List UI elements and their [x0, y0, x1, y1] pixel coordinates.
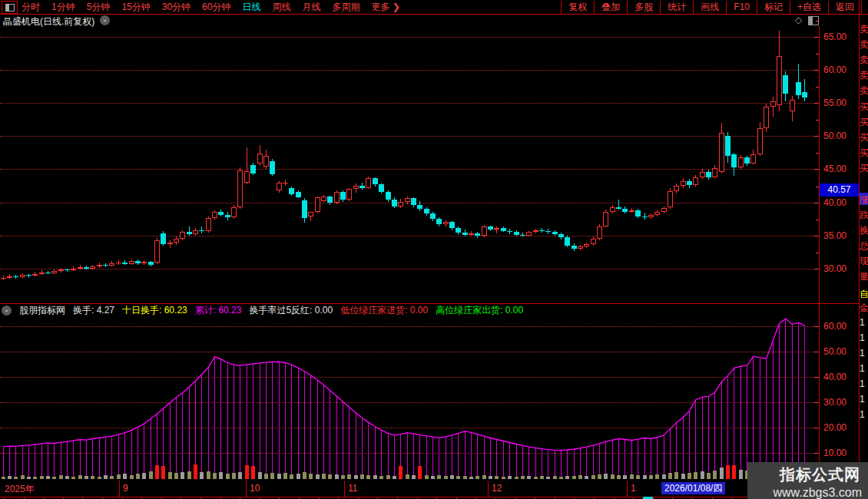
quote-strip-row: 卖	[860, 84, 868, 97]
candle-body	[283, 183, 288, 184]
quote-strip-row: 涨	[860, 193, 868, 207]
value-tick-label: 40.00	[823, 372, 846, 382]
month-separator	[344, 481, 345, 497]
candle-body	[270, 161, 275, 174]
candle-body	[725, 136, 731, 156]
toolbar-button[interactable]: F10	[726, 1, 757, 14]
candle-body	[161, 233, 166, 244]
candle-body	[45, 273, 51, 273]
candle-body	[315, 197, 320, 212]
candle-body	[783, 75, 788, 94]
quote-strip-row: 卖	[860, 54, 868, 67]
quote-strip-row: 换	[860, 224, 868, 237]
date-label: 10	[250, 483, 260, 494]
candle-body	[78, 267, 83, 269]
quote-strip-row: 总	[860, 240, 868, 253]
period-tab[interactable]: 多周期	[332, 1, 359, 14]
candle-body	[263, 156, 269, 167]
value-tick-label: 50.00	[823, 346, 846, 357]
candle-body	[346, 189, 352, 200]
period-tab[interactable]: 30分钟	[162, 1, 190, 14]
toolbar-button[interactable]: +自选	[790, 1, 828, 14]
candle-body	[51, 271, 57, 273]
candle-body	[635, 210, 641, 216]
indicator-header: ⌄ 股朋指标网换手: 4.27十日换手: 60.23累计: 60.23换手率过5…	[0, 304, 859, 316]
chevron-down-icon[interactable]: ⌄	[100, 15, 110, 25]
candle-body	[405, 198, 410, 201]
top-toolbar: 分时1分钟5分钟15分钟30分钟60分钟日线周线月线多周期更多 ❯ 复权叠加多股…	[0, 0, 868, 14]
period-tab[interactable]: 日线	[242, 1, 260, 14]
value-tick-label: 20.00	[823, 422, 846, 433]
candlestick-chart[interactable]	[0, 26, 819, 302]
candle-body	[514, 232, 519, 234]
candle-body	[578, 246, 583, 249]
candle-body	[148, 262, 154, 265]
quote-strip-row: 跌	[860, 209, 868, 222]
candle-body	[167, 243, 173, 244]
candle-body	[193, 230, 198, 234]
toolbar-button[interactable]: 叠加	[594, 1, 627, 14]
candle-body	[584, 244, 589, 246]
candle-body	[764, 107, 769, 128]
price-tick-label: 35.00	[823, 230, 846, 241]
candle-body	[629, 210, 634, 212]
quote-strip-row: 买	[860, 162, 868, 175]
quote-strip-row: 1	[860, 409, 865, 420]
candle-body	[97, 265, 102, 267]
period-tab[interactable]: 5分钟	[87, 1, 111, 14]
candle-body	[488, 226, 493, 229]
date-label: 2025年	[5, 483, 35, 496]
candle-body	[597, 226, 602, 239]
indicator-field: 低位绿庄家进货: 0.00	[340, 304, 428, 317]
indicator-field: 股朋指标网	[19, 304, 65, 317]
candle-body	[802, 92, 807, 97]
candle-body	[20, 275, 25, 277]
candle-body	[693, 177, 698, 185]
gridline	[0, 70, 819, 71]
candle-body	[706, 172, 711, 177]
toolbar-button[interactable]: 返回	[828, 1, 862, 14]
candle-body	[539, 230, 545, 231]
candle-body	[744, 157, 750, 164]
toolbar-button[interactable]: 统计	[660, 1, 693, 14]
candle-body	[757, 128, 763, 154]
candle-body	[603, 212, 608, 226]
candle-body	[449, 222, 455, 228]
layout-toggle-icon[interactable]	[2, 1, 18, 14]
period-tab[interactable]: 1分钟	[51, 1, 75, 14]
candle-body	[533, 230, 538, 233]
turnover-indicator-panel[interactable]	[0, 317, 819, 480]
diamond-icon[interactable]: ◇	[795, 15, 802, 25]
toolbar-button[interactable]: 标记	[757, 1, 790, 14]
date-label: 11	[348, 483, 357, 494]
period-tab[interactable]: 分时	[22, 1, 40, 14]
date-label: 1	[631, 483, 636, 494]
month-separator	[246, 481, 247, 497]
period-tab[interactable]: 60分钟	[202, 1, 230, 14]
candle-body	[129, 261, 134, 263]
candle-body	[32, 274, 38, 276]
candle-body	[507, 231, 512, 233]
indicator-field: 高位绿庄家出货: 0.00	[436, 304, 523, 317]
watermark-title: 指标公式网	[747, 464, 860, 485]
toolbar-button[interactable]: 多股	[627, 1, 660, 14]
period-tab[interactable]: 月线	[302, 1, 320, 14]
candle-body	[411, 198, 416, 205]
candle-body	[308, 212, 313, 216]
date-label: 12	[492, 483, 502, 494]
toolbar-button[interactable]: 画线	[693, 1, 726, 14]
toolbar-button[interactable]: 复权	[561, 1, 594, 14]
candle-body	[84, 267, 89, 269]
candle-body	[456, 228, 461, 233]
candle-body	[199, 230, 204, 232]
xaxis-bottom-border	[0, 497, 868, 497]
candle-body	[58, 269, 64, 271]
quote-strip-row: 量	[860, 270, 868, 283]
right-quote-strip[interactable]: 卖卖卖卖卖买买买买买涨跌换总现量自金1111111	[859, 15, 868, 462]
period-tab[interactable]: 周线	[272, 1, 290, 14]
candle-body	[334, 192, 340, 203]
candle-body	[661, 208, 667, 212]
period-tab[interactable]: 更多 ❯	[371, 1, 399, 14]
period-tab[interactable]: 15分钟	[121, 1, 150, 14]
chevron-down-icon[interactable]: ⌄	[2, 306, 12, 316]
